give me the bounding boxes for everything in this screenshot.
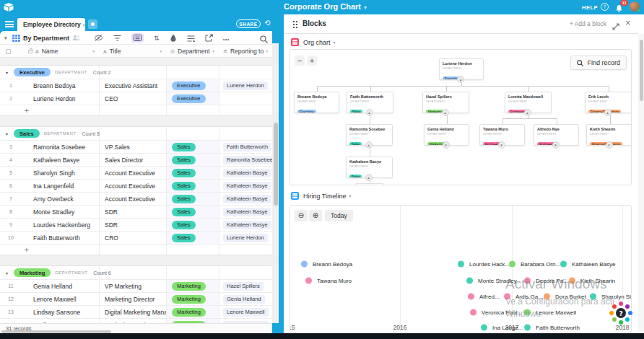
node-toggle[interactable]: ▴ [366, 109, 373, 116]
timeline-point[interactable]: Ina Lange... [481, 325, 523, 331]
view-name[interactable]: By Department [23, 31, 69, 45]
cell-title[interactable]: Account Executive [99, 193, 166, 205]
cell-title[interactable]: SDR [99, 219, 166, 231]
cell-department[interactable]: Sales [166, 206, 219, 218]
timeline-point[interactable]: Kathaleen Basye [560, 261, 616, 268]
node-toggle[interactable]: ▴ [524, 109, 531, 116]
timeline-point[interactable]: Dora Burket [544, 294, 586, 300]
share-view-icon[interactable] [205, 32, 213, 45]
collapse-views-caret[interactable]: ▾ [4, 31, 7, 45]
group-collapse-caret[interactable]: ▾ [6, 270, 8, 276]
table-row[interactable]: 11 Genia Helland VP Marketing Marketing … [0, 279, 272, 292]
table-row[interactable]: 5 Sharolyn Singh Account Executive Sales… [0, 166, 272, 179]
table-row[interactable]: 13 Lindsay Sansone Digital Marketing Man… [0, 305, 272, 318]
cell-department[interactable]: Sales [166, 193, 219, 205]
timeline-point[interactable]: Tawana Muro [305, 278, 352, 284]
node-toggle[interactable]: ▾ [606, 141, 613, 149]
cell-name[interactable]: Kathaleen Basye [22, 154, 99, 166]
find-record-button[interactable]: Find record [570, 56, 627, 70]
cell-reporting[interactable]: Faith Butterworth [219, 141, 272, 153]
timeline-point[interactable]: Lourdes Hack... [458, 261, 510, 268]
cell-department[interactable]: Executive [166, 92, 219, 105]
cell-department[interactable]: Marketing [166, 319, 219, 323]
cell-reporting[interactable]: Lenore Maxwell [219, 319, 272, 323]
cell-name[interactable]: Lindsay Sansone [22, 306, 99, 318]
caret-down-icon[interactable]: ▾ [266, 49, 268, 53]
table-row[interactable]: 2 Luriene Herdon CEO Executive [0, 92, 272, 105]
org-chart-block-label[interactable]: Org chart ▾ [291, 38, 336, 46]
column-header-title[interactable]: ATitle▾ [99, 45, 166, 58]
cell-title[interactable]: CEO [99, 92, 166, 105]
cell-reporting[interactable]: Ramonita Sosebee [219, 154, 272, 166]
add-tab-button[interactable] [88, 19, 97, 29]
timeline-point[interactable]: Lenore Maxwell [524, 309, 576, 316]
timeline-point[interactable]: Sharolyn Singh [590, 294, 632, 300]
row-height-icon[interactable] [187, 32, 195, 45]
cell-reporting[interactable]: Hazel Spillers [219, 280, 272, 292]
node-toggle[interactable]: ▴ [457, 76, 464, 83]
cell-name[interactable]: Amy Overbeck [22, 193, 99, 205]
timeline-point[interactable]: Breann Bedoya [301, 261, 352, 268]
cell-title[interactable]: VP Sales [99, 141, 166, 153]
cell-department[interactable]: Marketing [166, 280, 219, 292]
cell-title[interactable]: Marketing Designer [99, 319, 166, 323]
today-button[interactable]: Today [325, 210, 353, 221]
history-icon[interactable]: ⟲ [264, 19, 270, 27]
table-row[interactable]: 12 Lenore Maxwell Marketing Director Mar… [0, 292, 272, 305]
column-header-name[interactable]: AName▾ [22, 45, 99, 58]
sort-icon[interactable]: ⇅ [154, 35, 160, 42]
node-toggle[interactable]: ▾ [443, 141, 450, 149]
cell-name[interactable]: Ina Langenfeld [22, 180, 99, 192]
timeline-point[interactable]: Barabara Orn... [509, 261, 560, 268]
hide-fields-icon[interactable] [94, 32, 103, 45]
cell-department[interactable]: Sales [166, 180, 219, 192]
cell-name[interactable]: Genia Helland [22, 280, 99, 292]
timeline-point[interactable]: Deedra Pa... [524, 278, 568, 284]
cell-title[interactable]: Sales Director [99, 154, 166, 166]
node-toggle[interactable]: ▴ [365, 174, 373, 181]
table-row[interactable]: 10 Faith Butterworth CRO Sales Luriene H… [0, 231, 272, 244]
cell-title[interactable]: Digital Marketing Manager [99, 306, 166, 318]
share-button[interactable]: SHARE [236, 19, 261, 28]
timeline-point[interactable]: Ardis Ga... [504, 294, 543, 300]
cell-reporting[interactable]: Kathaleen Basye [219, 206, 272, 218]
node-toggle[interactable]: ▴ [365, 141, 373, 149]
org-zoom-out-button[interactable]: − [295, 56, 305, 66]
table-row[interactable]: 6 Ina Langenfeld Account Executive Sales… [0, 179, 272, 192]
cell-reporting[interactable]: Kathaleen Basye [219, 167, 272, 179]
table-row[interactable]: 14 Avelina Freeman Marketing Designer Ma… [0, 318, 272, 323]
table-row[interactable]: 7 Amy Overbeck Account Executive Sales K… [0, 192, 272, 205]
menu-icon[interactable] [5, 21, 14, 27]
add-block-button[interactable]: + Add a block [570, 20, 606, 27]
org-chart-node[interactable]: Breann Bedoya DEPARTMENT Executive [294, 92, 339, 113]
checkbox-icon[interactable] [6, 49, 11, 54]
cell-department[interactable]: Sales [166, 232, 219, 244]
cell-department[interactable]: Sales [166, 154, 219, 166]
group-collapse-caret[interactable]: ▾ [6, 131, 8, 136]
cell-reporting[interactable] [219, 92, 272, 105]
cell-reporting[interactable]: Kathaleen Basye [219, 180, 272, 192]
timeline-point[interactable]: Monte Stradley [466, 278, 517, 284]
close-icon[interactable]: × [625, 19, 631, 27]
timeline-point[interactable]: Veronica Foot... [470, 309, 522, 316]
cell-name[interactable]: Lourdes Hackenberg [22, 219, 99, 231]
org-zoom-in-button[interactable]: + [307, 56, 317, 66]
table-row[interactable]: 4 Kathaleen Basye Sales Director Sales R… [0, 153, 272, 166]
cell-title[interactable]: Executive Assistant [99, 79, 166, 92]
cell-reporting[interactable]: Luriene Herdon [219, 79, 272, 92]
cell-reporting[interactable]: Kathaleen Basye [219, 193, 272, 205]
more-options-icon[interactable]: … [223, 35, 230, 42]
column-header-reporting[interactable]: ≡Reporting to▾ [219, 45, 272, 58]
timeline-zoom-in-button[interactable]: ⊕ [309, 210, 322, 221]
cell-title[interactable]: CRO [99, 232, 166, 244]
timeline-point[interactable]: Kieth Shearin [569, 278, 615, 284]
group-collapse-caret[interactable]: ▾ [6, 70, 8, 75]
cell-department[interactable]: Sales [166, 167, 219, 179]
cell-name[interactable]: Monte Stradley [22, 206, 99, 218]
caret-down-icon[interactable]: ▾ [212, 49, 214, 53]
avatar[interactable] [630, 1, 640, 12]
base-title[interactable]: Corporate Org Chart▾ [284, 2, 367, 11]
expand-icon[interactable] [612, 20, 619, 33]
tab-employee-directory[interactable]: Employee Directory▾ [17, 18, 85, 31]
help-widget[interactable]: ? [609, 301, 633, 325]
